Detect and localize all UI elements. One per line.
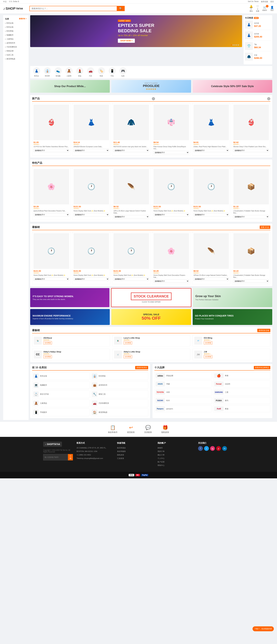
top-brands-more-button[interactable]: 查看所有品牌商品 [254, 366, 270, 369]
sidebar-item-fashion-women2[interactable]: 时尚女装 [3, 25, 28, 29]
brand-item-pampers[interactable]: Pampers pampers [154, 405, 212, 412]
bestseller-select-4[interactable]: 选择颜色/尺寸 [153, 280, 189, 283]
twitter-icon[interactable]: t [204, 446, 209, 451]
sidebar-view-all[interactable]: 查看所有 > [19, 18, 27, 20]
brand-item-toyota[interactable]: TOYOTA 丰田 [154, 389, 212, 396]
sidebar-item-electronics[interactable]: 电脑配件 [3, 33, 28, 37]
category-item-sale[interactable]: 🏷️ 特卖 [97, 67, 106, 77]
download-link[interactable]: 推荐优惠 [261, 0, 268, 3]
new-product-card-1[interactable]: 👙 $1.05 ★★★★☆ 1/3 PCS Ice Silk Panties S… [32, 103, 70, 156]
category-item-phone[interactable]: 📱 手机 [107, 67, 117, 77]
bottom-banner-engine[interactable]: MAXIMUM ENGINE PERFORMANCE Superior of b… [30, 309, 110, 325]
sidebar-item-special[interactable]: 特殊定律 [3, 49, 28, 53]
featured-product-select-2[interactable]: 选择颜色/尺寸 [73, 213, 109, 216]
nav-dot-4[interactable] [236, 44, 237, 46]
footer-email-input[interactable] [43, 454, 68, 460]
bestsellers-more-button[interactable]: 查看 20 款 [260, 226, 270, 229]
notification-button[interactable]: 🔔 0 通知 [249, 5, 253, 12]
new-product-card-6[interactable]: 👙 $2.62 ★★★★☆ Women Deep V Non-Padded La… [232, 103, 270, 156]
bestseller-card-1[interactable]: 🕐 $121.50 ★★★★☆ Home Display Wall Clock✨… [32, 232, 70, 284]
deal-item-1[interactable]: 👗 连衣裙 $37.20 [245, 21, 271, 30]
ad-banner-women[interactable]: IT'S EASY TO SPOT STRONG WOMEN. They are… [30, 288, 109, 307]
shop-visit-btn-1[interactable]: 访问商铺 [43, 341, 52, 344]
brand-item-suzuki[interactable]: SUZUKI 铃木 [154, 397, 212, 404]
brand-item-apple[interactable]: 🍎 苹果 [213, 372, 270, 379]
popular-shops-more-button[interactable]: 查看更多店铺 [257, 329, 270, 332]
featured-product-select-6[interactable]: 选择颜色/尺寸 [233, 215, 269, 218]
bestseller-card-6[interactable]: 📦 $3.22 ★★★★☆ [ Goodmarket ] Foldable Fa… [232, 232, 270, 284]
shop-visit-btn-3[interactable]: 访问商铺 [204, 341, 212, 344]
bestseller-select-3[interactable]: 选择颜色/尺寸 [113, 278, 149, 281]
sidebar-item-auto[interactable]: 汽车和摩托车 [3, 45, 28, 49]
category-item-fashion-women[interactable]: 👗 时尚女 [32, 67, 41, 77]
top-cat-item-9[interactable]: 📱 手机配件 [32, 408, 89, 416]
footer-service-support[interactable]: 💬 支持政策 [144, 425, 152, 434]
shop-card-4[interactable]: CC Abby's Hallyu Shop ★★★★☆ 访问商铺 [32, 349, 110, 360]
footer-account-link-2[interactable]: 我的订单 [158, 450, 193, 453]
wishlist-button[interactable]: ♡ 0 收藏 [256, 5, 259, 12]
top-cat-item-4[interactable]: 👜 皮革和外件 [91, 381, 148, 389]
new-product-select-1[interactable]: 选择颜色/尺寸 [33, 149, 69, 152]
linkedin-icon[interactable]: in [222, 446, 227, 451]
featured-product-card-3[interactable]: 🪶 $6.52 ★★★★☆ 10Pcs 25-40cm Large Natura… [112, 168, 150, 220]
bottom-banner-sale[interactable]: SPECIAL SALE 50% OFF [111, 309, 191, 325]
top-cat-item-1[interactable]: 👗 时尚女装 [32, 372, 89, 380]
top-cat-item-7[interactable]: 🧸 儿童用品 [32, 399, 89, 407]
featured-product-select-3[interactable]: 选择颜色/尺寸 [113, 215, 149, 218]
bestseller-select-5[interactable]: 选择颜色/尺寸 [194, 278, 229, 281]
footer-service-privacy[interactable]: 🎁 隐私政策 [161, 425, 169, 434]
nav-dot-3[interactable] [235, 44, 235, 46]
featured-product-card-4[interactable]: 🕐 $121.50 ★★★★☆ Home Display Wall Clock✨… [152, 168, 190, 220]
new-product-select-4[interactable]: 选择颜色/尺寸 [153, 151, 189, 154]
category-item-beauty[interactable]: 💄 美妆 [75, 67, 84, 77]
brand-item-audi[interactable]: Audi 奥迪 [213, 405, 270, 412]
language-link[interactable]: 语言 [270, 0, 274, 3]
deal-item-2[interactable]: 👗 连衣裙 $205.40 [245, 31, 271, 41]
brand-item-asus[interactable]: ASUS 华硕 [154, 380, 212, 388]
top-cat-item-10[interactable]: 🏠 家居用电器 [91, 408, 148, 416]
shop-visit-btn-5[interactable]: 访问商铺 [124, 355, 132, 358]
new-product-select-3[interactable]: 选择颜色/尺寸 [113, 149, 149, 152]
deal-item-4[interactable]: 🧥 外套 $286.00 [245, 52, 271, 62]
new-product-card-4[interactable]: 👘 $9.54 ★★★★☆ Plain Korean Dress/ Strap … [152, 103, 190, 156]
sidebar-item-fashion-women[interactable]: 时尚女装 [3, 21, 28, 25]
logo[interactable]: ♪ SHOP TikTok [3, 6, 27, 11]
banner-shop-now-button[interactable]: SHOP NOW > [118, 39, 135, 43]
bestseller-card-3[interactable]: 🕐 $121.50 ★★★★☆ Home Display Wall Clock✨… [112, 232, 150, 284]
new-product-select-2[interactable]: 选择颜色/尺寸 [73, 149, 109, 152]
category-item-shoes[interactable]: 👟 鞋包配 [53, 67, 63, 77]
top-cat-item-3[interactable]: 💻 电脑配件 [32, 381, 89, 389]
top-cat-item-2[interactable]: 👔 时尚男装 [91, 372, 148, 380]
promo-banner-1[interactable]: Shop Our Product While... [30, 80, 110, 93]
sidebar-item-home-appliances[interactable]: 家居用电器 [3, 57, 28, 61]
shop-card-2[interactable]: 🛍️ Lucy's Little Shop ★★★★☆ 访问商铺 [112, 335, 190, 346]
bestseller-card-5[interactable]: 🪶 $8.52 ★★★★☆ 10Pack 25-40cm Large Natur… [192, 232, 231, 284]
category-item-auto[interactable]: 🚗 汽车 [86, 67, 95, 77]
brand-item-puma[interactable]: PUMA 彪马 [213, 397, 270, 404]
footer-service-returns[interactable]: ↩ 退货政策 [127, 425, 135, 434]
top-cat-item-5[interactable]: 💍 珠宝与手表 [32, 390, 89, 398]
new-product-select-5[interactable]: 选择颜色/尺寸 [194, 149, 229, 152]
footer-email[interactable]: Tikitshop.shopingMail@gmail.com [77, 456, 112, 460]
featured-product-select-1[interactable]: 选择颜色/尺寸 [33, 213, 69, 216]
footer-account-link-3[interactable]: 确认订单 [158, 453, 193, 456]
footer-account-link-6[interactable]: 帮助中心 [158, 464, 193, 467]
sidebar-item-fashion-men[interactable]: 时尚男装 [3, 29, 28, 33]
brand-item-ferrari[interactable]: Ferrari 法拉利 [213, 380, 270, 388]
top-cat-item-8[interactable]: 🚗 汽车和摩托车 [91, 399, 148, 407]
footer-link-4[interactable]: 汇款政策 [117, 456, 153, 460]
promo-banner-2[interactable]: KEEP IT CLASSIC PROGLIDE ★★★★★ [111, 80, 191, 93]
new-product-select-6[interactable]: 选择颜色/尺寸 [233, 149, 269, 152]
ad-banner-skin[interactable]: Grow up Your Skin The Perfect Skincare S… [193, 288, 272, 307]
bestseller-card-2[interactable]: 🕐 $121.50 ★★★★☆ Home Display Wall Clock✨… [72, 232, 111, 284]
pinterest-icon[interactable]: p [216, 446, 221, 451]
sidebar-item-toys[interactable]: 玩具工具 [3, 53, 28, 57]
sell-on-tiktok[interactable]: Sell On Tiktok [248, 0, 259, 3]
shop-visit-btn-4[interactable]: 访问商铺 [43, 355, 52, 358]
currency-selector[interactable]: U.S. Dollar $ [9, 0, 19, 3]
ad-banner-stock[interactable]: STOCK CLEARANCE CLICK TO END OFFER [111, 288, 191, 307]
footer-account-link-1[interactable]: 购物车 [158, 446, 193, 450]
featured-product-select-5[interactable]: 选择颜色/尺寸 [194, 213, 229, 216]
featured-product-card-2[interactable]: 🕐 $121.50 ★★★★☆ Home Display Wall Clock✨… [72, 168, 111, 220]
footer-account-link-5[interactable]: 账户设置 [158, 460, 193, 464]
